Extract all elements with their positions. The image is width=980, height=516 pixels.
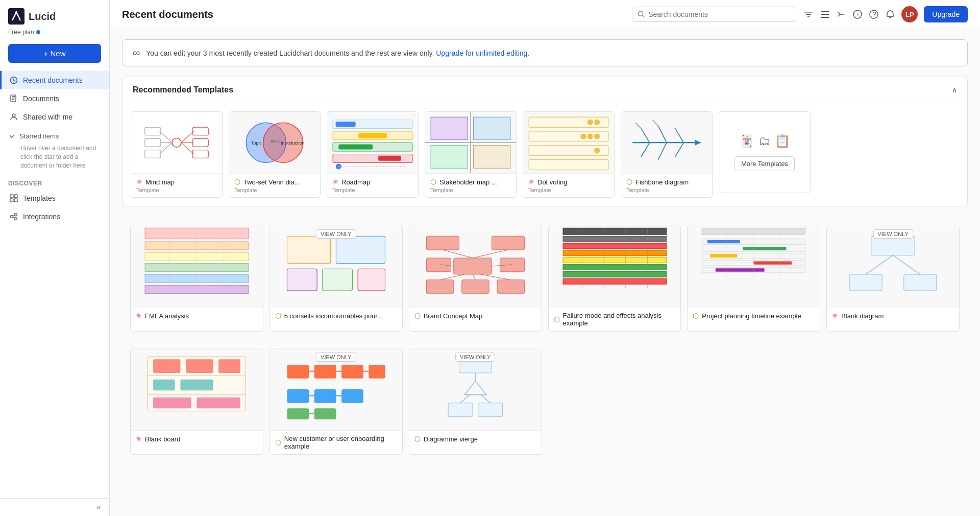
svg-line-144 bbox=[893, 255, 920, 274]
main-content: Recent documents i ? LP Upgrade ∞ You ca… bbox=[110, 0, 980, 516]
doc-card-onboarding[interactable]: VIEW ONLY bbox=[270, 348, 403, 455]
svg-rect-10 bbox=[10, 199, 13, 202]
svg-rect-68 bbox=[529, 159, 608, 170]
page-title: Recent documents bbox=[122, 9, 624, 20]
sort-icon[interactable] bbox=[836, 9, 846, 19]
doc-info-fmea: ✳ FMEA analysis bbox=[131, 307, 263, 324]
template-info-stakeholder: ⬡ Stakeholder map ... Template bbox=[425, 173, 516, 197]
template-card-stakeholder[interactable]: ⬡ Stakeholder map ... Template bbox=[425, 111, 517, 198]
view-only-badge-onboarding: VIEW ONLY bbox=[316, 353, 356, 362]
fishbone-svg bbox=[621, 112, 712, 173]
orange-icon-stakeholder: ⬡ bbox=[430, 178, 436, 186]
documents-grid-row2: ✳ Blank board VIEW ONLY bbox=[122, 340, 968, 463]
doc-name-onboarding: ⬡ New customer or user onboarding exampl… bbox=[275, 435, 397, 450]
svg-point-13 bbox=[15, 214, 17, 216]
svg-rect-11 bbox=[14, 199, 17, 202]
doc-card-projectplan[interactable]: ⬡ Project planning timeline example bbox=[687, 225, 820, 332]
doc-card-diagramvierge[interactable]: VIEW ONLY ⬡ Diagramme vierge bbox=[409, 348, 542, 455]
svg-rect-98 bbox=[358, 269, 385, 291]
svg-rect-164 bbox=[341, 389, 363, 403]
svg-rect-62 bbox=[474, 146, 510, 169]
section-header-recommended: Recommended Templates ∧ bbox=[122, 77, 967, 103]
sidebar-item-shared[interactable]: Shared with me bbox=[0, 108, 109, 126]
template-card-venn[interactable]: Topic introduction Both ⬡ Two-set Venn d… bbox=[229, 111, 321, 198]
more-templates-card[interactable]: 🃏 🗂 📋 More Templates bbox=[719, 111, 811, 193]
template-name-stakeholder: ⬡ Stakeholder map ... bbox=[430, 178, 511, 186]
svg-line-108 bbox=[473, 250, 508, 258]
svg-rect-6 bbox=[12, 99, 14, 100]
doc-card-fmea[interactable]: ✳ FMEA analysis bbox=[130, 225, 263, 332]
svg-point-73 bbox=[580, 133, 586, 139]
svg-rect-20 bbox=[806, 14, 811, 15]
sidebar-item-recent[interactable]: Recent documents bbox=[0, 71, 109, 89]
brandmap-thumb-svg bbox=[409, 225, 542, 307]
avatar[interactable]: LP bbox=[901, 6, 918, 22]
upgrade-link[interactable]: Upgrade for unlimited editing. bbox=[436, 49, 529, 57]
upgrade-button[interactable]: Upgrade bbox=[924, 6, 968, 22]
svg-line-176 bbox=[481, 395, 490, 403]
card-icon-3: 📋 bbox=[775, 134, 790, 148]
svg-rect-172 bbox=[448, 403, 473, 417]
doc-thumb-fmea bbox=[131, 225, 263, 307]
doc-card-brandmap[interactable]: ⬡ Brand Concept Map bbox=[409, 225, 542, 332]
template-card-fishbone[interactable]: ⬡ Fishbone diagram Template bbox=[621, 111, 713, 198]
filter-icon[interactable] bbox=[803, 9, 814, 19]
content-area: ∞ You can edit your 3 most recently crea… bbox=[110, 29, 980, 473]
svg-rect-115 bbox=[563, 236, 667, 242]
template-info-roadmap: ✳ Roadmap Template bbox=[327, 173, 418, 197]
lucid-icon-blankboard: ✳ bbox=[136, 435, 142, 443]
svg-rect-54 bbox=[358, 133, 387, 138]
doc-thumb-diagramvierge: VIEW ONLY bbox=[409, 348, 542, 430]
info-icon[interactable]: i bbox=[852, 9, 863, 19]
sidebar-item-integrations[interactable]: Integrations bbox=[0, 207, 109, 226]
svg-line-79 bbox=[675, 128, 684, 143]
logo[interactable]: Lucid bbox=[0, 0, 109, 29]
doc-info-diagramvierge: ⬡ Diagramme vierge bbox=[409, 430, 542, 447]
new-button[interactable]: + New bbox=[8, 44, 101, 63]
svg-rect-21 bbox=[807, 16, 810, 17]
doc-card-blankboard[interactable]: ✳ Blank board bbox=[130, 348, 263, 455]
sidebar-item-documents[interactable]: Documents bbox=[0, 89, 109, 108]
doc-card-blankdiagram[interactable]: VIEW ONLY ✳ Blank diagram bbox=[826, 225, 960, 332]
svg-line-81 bbox=[658, 143, 667, 159]
svg-rect-42 bbox=[145, 138, 161, 147]
starred-section-header[interactable]: Starred items bbox=[0, 126, 109, 142]
svg-rect-55 bbox=[338, 144, 373, 149]
svg-rect-5 bbox=[12, 98, 15, 99]
sidebar-item-templates[interactable]: Templates bbox=[0, 189, 109, 207]
list-view-icon[interactable] bbox=[820, 9, 830, 19]
svg-line-83 bbox=[635, 123, 641, 128]
template-thumb-venn: Topic introduction Both bbox=[229, 112, 320, 173]
notifications-icon[interactable] bbox=[885, 9, 895, 19]
svg-rect-155 bbox=[287, 365, 309, 379]
svg-line-143 bbox=[866, 255, 893, 274]
collapse-recommended-icon[interactable]: ∧ bbox=[952, 86, 957, 94]
svg-rect-121 bbox=[563, 279, 667, 285]
svg-rect-132 bbox=[707, 240, 740, 243]
integrations-icon bbox=[10, 213, 18, 221]
svg-line-107 bbox=[443, 250, 473, 258]
template-card-dotvoting[interactable]: ✳ Dot voting Template bbox=[523, 111, 615, 198]
svg-point-72 bbox=[587, 133, 593, 139]
svg-rect-150 bbox=[218, 359, 240, 373]
template-card-mindmap[interactable]: ✳ Mind map Template bbox=[131, 111, 223, 198]
collapse-sidebar-button[interactable]: « bbox=[96, 503, 101, 512]
template-card-roadmap[interactable]: ✳ Roadmap Template bbox=[327, 111, 419, 198]
svg-rect-19 bbox=[804, 12, 813, 13]
svg-rect-135 bbox=[754, 261, 792, 264]
svg-line-16 bbox=[13, 217, 15, 218]
doc-name-diagramvierge: ⬡ Diagramme vierge bbox=[414, 435, 536, 443]
more-templates-button[interactable]: More Templates bbox=[734, 156, 795, 171]
search-bar[interactable] bbox=[632, 7, 795, 22]
doc-card-conseils[interactable]: VIEW ONLY ⬡ 5 conseils incontournables p… bbox=[270, 225, 403, 332]
view-only-badge-blankdiagram: VIEW ONLY bbox=[873, 229, 913, 239]
svg-line-77 bbox=[641, 128, 650, 143]
doc-thumb-failuremode bbox=[549, 225, 681, 307]
orange-icon-fishbone: ⬡ bbox=[626, 178, 632, 186]
help-icon[interactable]: ? bbox=[869, 9, 879, 19]
doc-card-failuremode[interactable]: ⬡ Failure mode and effects analysis exam… bbox=[548, 225, 681, 332]
search-input[interactable] bbox=[648, 10, 790, 18]
svg-rect-8 bbox=[10, 195, 13, 198]
svg-rect-163 bbox=[314, 389, 336, 403]
documents-grid: ✳ FMEA analysis VIEW ONLY bbox=[122, 217, 968, 340]
